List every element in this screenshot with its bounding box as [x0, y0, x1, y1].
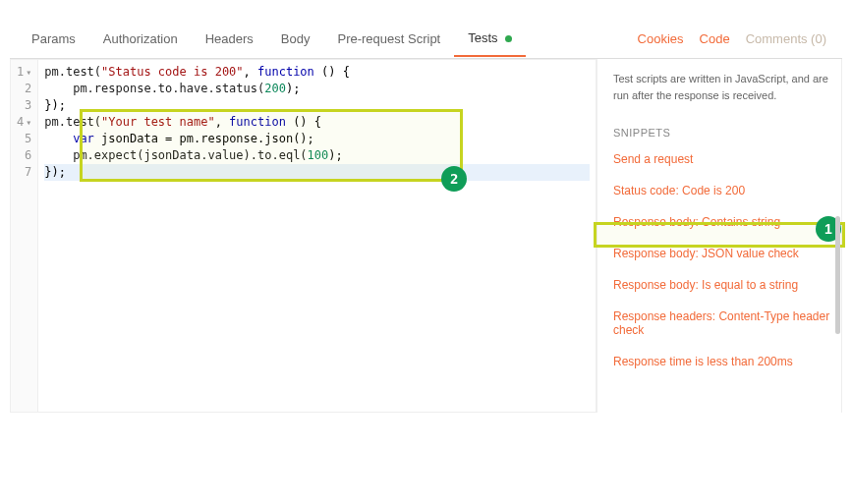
fold-icon[interactable]: ▾ [26, 117, 31, 128]
sidebar-scrollbar[interactable] [835, 216, 840, 334]
content-area: 1▾ 2 3 4▾ 5 6 7 pm.test("Status code is … [10, 59, 842, 413]
snippet-status-200[interactable]: Status code: Code is 200 [613, 184, 833, 197]
snippet-send-request[interactable]: Send a request [613, 152, 833, 166]
snippets-sidebar: Test scripts are written in JavaScript, … [596, 59, 842, 413]
snippet-body-equal[interactable]: Response body: Is equal to a string [613, 278, 833, 292]
tab-headers[interactable]: Headers [192, 22, 267, 56]
snippet-header-check[interactable]: Response headers: Content-Type header ch… [613, 309, 833, 337]
snippets-heading: SNIPPETS [613, 127, 833, 139]
tab-authorization[interactable]: Authorization [89, 22, 192, 56]
code-body[interactable]: pm.test("Status code is 200", function (… [38, 60, 596, 412]
snippet-response-time[interactable]: Response time is less than 200ms [613, 355, 833, 368]
tests-active-dot-icon [505, 35, 512, 42]
line-gutter: 1▾ 2 3 4▾ 5 6 7 [11, 60, 38, 412]
tab-body[interactable]: Body [267, 22, 324, 56]
cookies-link[interactable]: Cookies [630, 22, 692, 56]
snippet-json-value-check[interactable]: Response body: JSON value check [613, 247, 833, 260]
code-editor[interactable]: 1▾ 2 3 4▾ 5 6 7 pm.test("Status code is … [10, 59, 596, 413]
tab-tests[interactable]: Tests [454, 21, 526, 57]
request-tabs: Params Authorization Headers Body Pre-re… [10, 20, 842, 59]
comments-link[interactable]: Comments (0) [738, 22, 834, 56]
snippet-body-contains[interactable]: Response body: Contains string [613, 215, 833, 229]
sidebar-hint: Test scripts are written in JavaScript, … [613, 71, 833, 103]
tab-tests-label: Tests [468, 30, 497, 45]
tab-prerequest[interactable]: Pre-request Script [323, 22, 454, 56]
code-link[interactable]: Code [692, 22, 738, 56]
fold-icon[interactable]: ▾ [26, 67, 31, 78]
tab-params[interactable]: Params [18, 22, 89, 56]
